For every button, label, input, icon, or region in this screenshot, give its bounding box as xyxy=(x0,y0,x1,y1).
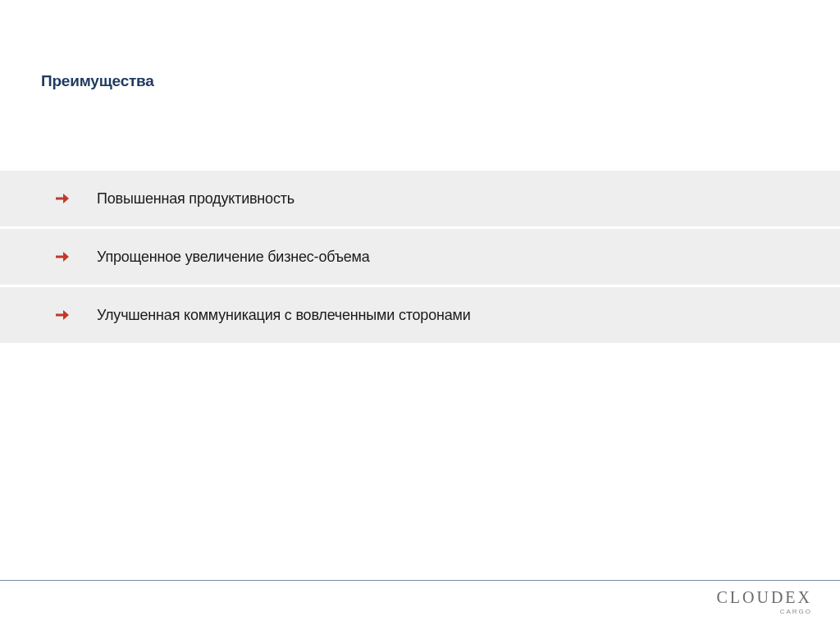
arrow-right-icon xyxy=(56,309,69,321)
svg-marker-5 xyxy=(63,310,69,320)
bullet-item: Улучшенная коммуникация с вовлеченными с… xyxy=(0,287,840,343)
logo-main-text: CLOUDEX xyxy=(716,589,812,606)
bullet-item: Упрощенное увеличение бизнес-объема xyxy=(0,229,840,285)
arrow-right-icon xyxy=(56,193,69,204)
svg-rect-2 xyxy=(56,256,64,258)
bullet-text: Упрощенное увеличение бизнес-объема xyxy=(97,249,370,266)
footer-divider xyxy=(0,580,840,581)
slide: Преимущества Повышенная продуктивность У… xyxy=(0,0,840,630)
arrow-right-icon xyxy=(56,251,69,262)
logo-sub-text: CARGO xyxy=(716,608,812,615)
bullet-item: Повышенная продуктивность xyxy=(0,171,840,226)
svg-rect-0 xyxy=(56,198,64,200)
svg-rect-4 xyxy=(56,314,64,317)
svg-marker-3 xyxy=(63,252,69,262)
brand-logo: CLOUDEX CARGO xyxy=(716,589,812,615)
bullet-text: Повышенная продуктивность xyxy=(97,190,294,208)
bullet-text: Улучшенная коммуникация с вовлеченными с… xyxy=(97,307,471,324)
bullet-list: Повышенная продуктивность Упрощенное уве… xyxy=(0,171,840,345)
svg-marker-1 xyxy=(63,194,69,203)
slide-title: Преимущества xyxy=(41,72,154,90)
